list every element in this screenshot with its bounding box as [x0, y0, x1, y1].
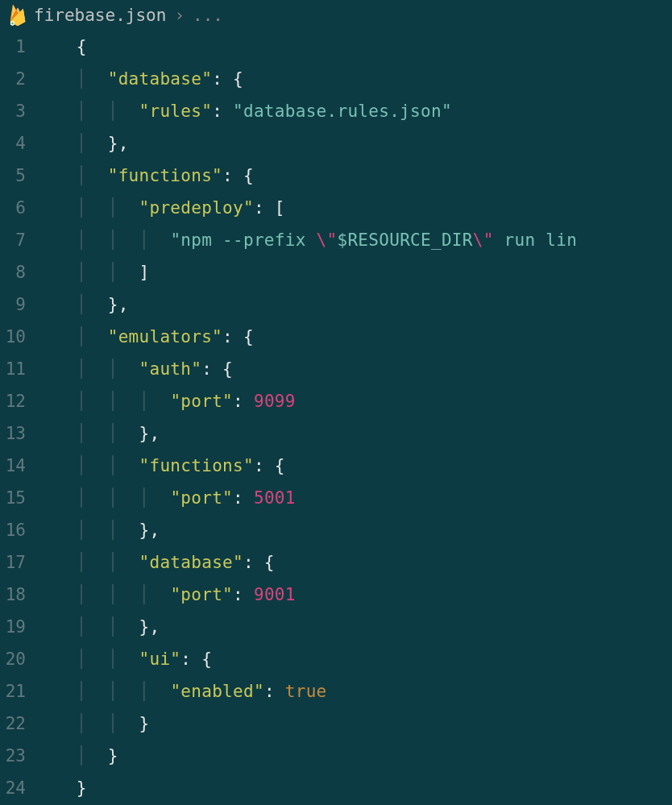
- code-content[interactable]: │ │ ]: [45, 263, 149, 282]
- line-number: 8: [0, 263, 45, 282]
- code-content[interactable]: │ │ },: [45, 617, 160, 637]
- code-line[interactable]: 6 │ │ "predeploy": [: [0, 192, 672, 224]
- code-content[interactable]: │ │ },: [45, 521, 160, 540]
- code-content[interactable]: │ │ │ "enabled": true: [45, 682, 327, 701]
- line-number: 4: [0, 134, 45, 153]
- code-line[interactable]: 10 │ "emulators": {: [0, 321, 672, 353]
- code-content[interactable]: │ │ │ "port": 9001: [45, 585, 296, 604]
- code-line[interactable]: 21 │ │ │ "enabled": true: [0, 675, 672, 707]
- code-content[interactable]: │ │ │ "port": 5001: [45, 488, 296, 508]
- code-line[interactable]: 14 │ │ "functions": {: [0, 450, 672, 482]
- line-number: 16: [0, 521, 45, 540]
- code-line[interactable]: 23 │ }: [0, 740, 672, 772]
- code-line[interactable]: 19 │ │ },: [0, 611, 672, 643]
- code-content[interactable]: │ │ │ "port": 9099: [45, 392, 296, 411]
- code-editor[interactable]: 1 {2 │ "database": {3 │ │ "rules": "data…: [0, 31, 672, 804]
- line-number: 15: [0, 488, 45, 508]
- code-line[interactable]: 17 │ │ "database": {: [0, 546, 672, 579]
- code-content[interactable]: │ },: [45, 134, 129, 153]
- code-line[interactable]: 3 │ │ "rules": "database.rules.json": [0, 95, 672, 127]
- code-content[interactable]: │ │ "database": {: [45, 553, 275, 572]
- code-content[interactable]: │ │ }: [45, 714, 149, 733]
- code-line[interactable]: 5 │ "functions": {: [0, 160, 672, 192]
- line-number: 2: [0, 69, 45, 89]
- line-number: 1: [0, 37, 45, 56]
- code-content[interactable]: │ │ "functions": {: [45, 456, 285, 475]
- line-number: 18: [0, 585, 45, 604]
- line-number: 13: [0, 424, 45, 443]
- code-line[interactable]: 22 │ │ }: [0, 707, 672, 740]
- line-number: 14: [0, 456, 45, 475]
- line-number: 6: [0, 198, 45, 218]
- line-number: 24: [0, 778, 45, 798]
- breadcrumb[interactable]: firebase.json › ...: [0, 0, 672, 31]
- code-content[interactable]: │ │ "auth": {: [45, 359, 233, 379]
- line-number: 5: [0, 166, 45, 185]
- code-content[interactable]: }: [45, 778, 87, 798]
- code-content[interactable]: {: [45, 37, 87, 56]
- code-line[interactable]: 13 │ │ },: [0, 417, 672, 450]
- line-number: 23: [0, 746, 45, 766]
- code-line[interactable]: 20 │ │ "ui": {: [0, 643, 672, 675]
- code-content[interactable]: │ │ "ui": {: [45, 649, 212, 669]
- line-number: 12: [0, 392, 45, 411]
- code-content[interactable]: │ }: [45, 746, 118, 766]
- line-number: 11: [0, 359, 45, 379]
- code-line[interactable]: 7 │ │ │ "npm --prefix \"$RESOURCE_DIR\" …: [0, 224, 672, 256]
- code-line[interactable]: 16 │ │ },: [0, 514, 672, 546]
- line-number: 7: [0, 230, 45, 250]
- code-line[interactable]: 9 │ },: [0, 288, 672, 321]
- line-number: 21: [0, 682, 45, 701]
- code-content[interactable]: │ │ },: [45, 424, 160, 443]
- code-content[interactable]: │ │ "rules": "database.rules.json": [45, 102, 452, 121]
- line-number: 19: [0, 617, 45, 637]
- breadcrumb-ellipsis[interactable]: ...: [193, 6, 223, 25]
- line-number: 3: [0, 102, 45, 121]
- code-content[interactable]: │ "database": {: [45, 69, 243, 89]
- code-line[interactable]: 24 }: [0, 772, 672, 804]
- svg-point-1: [11, 23, 14, 25]
- line-number: 10: [0, 327, 45, 346]
- line-number: 22: [0, 714, 45, 733]
- code-line[interactable]: 8 │ │ ]: [0, 256, 672, 288]
- code-content[interactable]: │ │ │ "npm --prefix \"$RESOURCE_DIR\" ru…: [45, 230, 577, 250]
- line-number: 17: [0, 553, 45, 572]
- code-line[interactable]: 11 │ │ "auth": {: [0, 353, 672, 385]
- code-line[interactable]: 12 │ │ │ "port": 9099: [0, 385, 672, 417]
- firebase-icon: [10, 5, 26, 26]
- code-content[interactable]: │ │ "predeploy": [: [45, 198, 285, 218]
- breadcrumb-file[interactable]: firebase.json: [34, 6, 166, 25]
- breadcrumb-separator: ›: [174, 6, 185, 25]
- code-line[interactable]: 15 │ │ │ "port": 5001: [0, 482, 672, 514]
- code-content[interactable]: │ "emulators": {: [45, 327, 254, 346]
- code-line[interactable]: 18 │ │ │ "port": 9001: [0, 579, 672, 611]
- line-number: 9: [0, 295, 45, 314]
- code-line[interactable]: 4 │ },: [0, 127, 672, 160]
- code-content[interactable]: │ "functions": {: [45, 166, 254, 185]
- code-content[interactable]: │ },: [45, 295, 129, 314]
- code-line[interactable]: 2 │ "database": {: [0, 63, 672, 95]
- code-line[interactable]: 1 {: [0, 31, 672, 63]
- line-number: 20: [0, 649, 45, 669]
